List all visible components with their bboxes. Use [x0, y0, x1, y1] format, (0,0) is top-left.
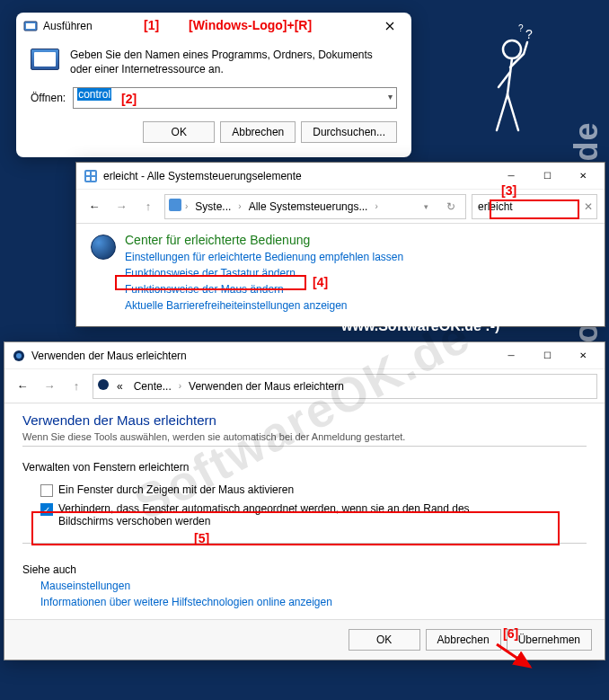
control-panel-small-icon [169, 199, 181, 214]
chevron-right-icon[interactable]: › [238, 201, 241, 211]
chevron-right-icon[interactable]: › [185, 201, 188, 211]
svg-rect-9 [92, 177, 95, 181]
forward-button[interactable]: → [39, 376, 60, 397]
control-panel-window: erleicht - Alle Systemsteuerungselemente… [75, 162, 605, 327]
dialog-footer: OK Abbrechen Übernehmen [4, 619, 605, 660]
mouse-settings-window: Verwenden der Maus erleichtern ─ ☐ ✕ ← →… [4, 341, 605, 660]
open-value: control [77, 88, 111, 101]
breadcrumb-2[interactable]: Verwenden der Maus erleichtern [185, 380, 348, 393]
browse-button[interactable]: Durchsuchen... [301, 121, 397, 143]
search-input[interactable]: erleicht ✕ [472, 194, 597, 219]
chevron-right-icon[interactable]: › [375, 201, 377, 211]
cancel-button[interactable]: Abbrechen [220, 121, 296, 143]
svg-rect-8 [86, 177, 90, 181]
mouse-titlebar: Verwenden der Maus erleichtern ─ ☐ ✕ [4, 342, 605, 369]
forward-button[interactable]: → [110, 196, 132, 217]
back-button[interactable]: ← [84, 196, 105, 217]
online-help-link[interactable]: Informationen über weitere Hilfstechnolo… [40, 596, 587, 608]
up-button[interactable]: ↑ [66, 376, 87, 397]
open-label: Öffnen: [31, 92, 66, 104]
chevron-down-icon[interactable]: ▾ [388, 92, 393, 102]
run-description: Geben Sie den Namen eines Programms, Ord… [70, 49, 397, 76]
section-title: Verwalten von Fenstern erleichtern [22, 461, 587, 474]
svg-point-13 [98, 379, 109, 390]
svg-text:?: ? [518, 23, 524, 33]
svg-rect-7 [92, 172, 95, 175]
svg-rect-10 [169, 199, 181, 211]
maximize-button[interactable]: ☐ [529, 342, 565, 369]
close-button[interactable] [372, 13, 408, 40]
breadcrumb-2[interactable]: Alle Systemsteuerungs... [245, 200, 372, 213]
search-value: erleicht [478, 200, 513, 213]
run-titlebar: Ausführen [16, 13, 411, 40]
mouse-toolbar: ← → ↑ « Cente... › Verwenden der Maus er… [4, 369, 605, 403]
ease-of-access-small-icon [12, 349, 26, 363]
breadcrumb-1[interactable]: Syste... [191, 200, 234, 213]
dropdown-button[interactable]: ▾ [415, 196, 437, 217]
prevent-auto-arrange-checkbox[interactable]: ✓ [40, 503, 53, 516]
address-bar[interactable]: « Cente... › Verwenden der Maus erleicht… [93, 374, 597, 399]
activate-on-hover-label[interactable]: Ein Fenster durch Zeigen mit der Maus ak… [58, 483, 294, 496]
run-large-icon [31, 49, 59, 70]
address-bar[interactable]: › Syste... › Alle Systemsteuerungs... › … [164, 194, 466, 219]
maximize-button[interactable]: ☐ [529, 163, 565, 190]
chevron-right-icon[interactable]: › [179, 381, 181, 391]
cp-titlebar: erleicht - Alle Systemsteuerungselemente… [76, 163, 605, 190]
cp-link-keyboard[interactable]: Funktionsweise der Tastatur ändern [125, 265, 403, 281]
thinking-figure-decoration: ? ? [463, 22, 570, 148]
cp-toolbar: ← → ↑ › Syste... › Alle Systemsteuerungs… [76, 190, 605, 224]
clear-search-button[interactable]: ✕ [584, 200, 593, 213]
svg-rect-4 [26, 23, 35, 29]
mouse-settings-link[interactable]: Mauseinstellungen [40, 580, 587, 592]
svg-rect-6 [86, 172, 90, 175]
svg-text:?: ? [525, 27, 533, 41]
ok-button[interactable]: OK [143, 121, 215, 143]
run-dialog-icon [23, 19, 38, 33]
back-button[interactable]: ← [12, 376, 33, 397]
minimize-button[interactable]: ─ [493, 163, 529, 190]
ok-button[interactable]: OK [349, 629, 420, 651]
minimize-button[interactable]: ─ [493, 342, 529, 369]
open-combobox[interactable]: control ▾ [73, 87, 397, 109]
ease-of-access-icon [97, 378, 110, 394]
cp-title: erleicht - Alle Systemsteuerungselemente [103, 170, 302, 182]
breadcrumb-prefix: « [113, 380, 127, 393]
cp-link-mouse[interactable]: Funktionsweise der Maus ändern [125, 281, 403, 297]
mouse-title: Verwenden der Maus erleichtern [31, 350, 187, 362]
refresh-button[interactable]: ↻ [440, 196, 462, 217]
run-dialog-window: Ausführen Geben Sie den Namen eines Prog… [16, 13, 411, 157]
run-title: Ausführen [43, 20, 93, 32]
svg-point-12 [16, 353, 22, 359]
cp-result-heading[interactable]: Center für erleichterte Bedienung [125, 233, 403, 247]
page-heading: Verwenden der Maus erleichtern [22, 412, 587, 428]
page-subtext: Wenn Sie diese Tools auswählen, werden s… [22, 431, 587, 442]
cp-link-recommend[interactable]: Einstellungen für erleichterte Bedienung… [125, 249, 403, 265]
close-button[interactable]: ✕ [565, 163, 601, 190]
up-button[interactable]: ↑ [137, 196, 159, 217]
close-button[interactable]: ✕ [565, 342, 601, 369]
svg-point-0 [503, 40, 521, 58]
apply-button[interactable]: Übernehmen [507, 629, 592, 651]
cancel-button[interactable]: Abbrechen [426, 629, 501, 651]
control-panel-icon [84, 169, 98, 183]
ease-of-access-icon [91, 235, 116, 260]
see-also-heading: Siehe auch [22, 563, 587, 576]
breadcrumb-1[interactable]: Cente... [130, 380, 175, 393]
cp-link-accessibility[interactable]: Aktuelle Barrierefreiheiteinstellungen a… [125, 297, 403, 314]
prevent-auto-arrange-label[interactable]: Verhindern, dass Fenster automatisch ang… [58, 502, 525, 527]
activate-on-hover-checkbox[interactable] [40, 484, 53, 497]
